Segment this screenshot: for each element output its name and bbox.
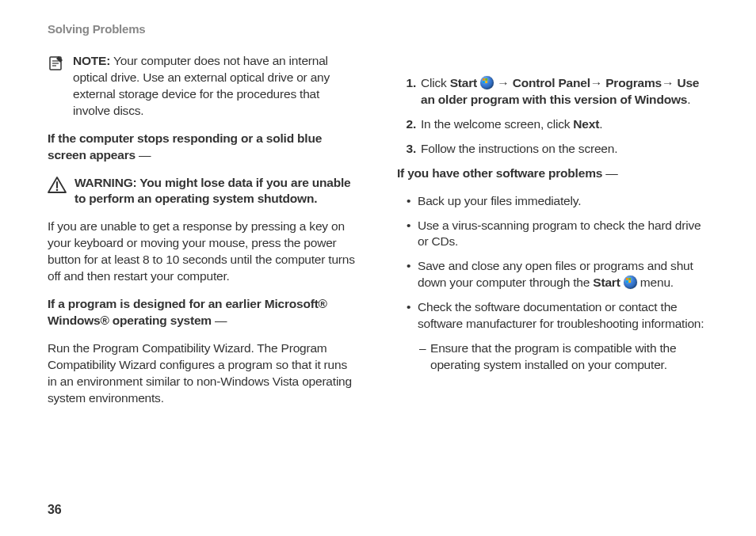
bullet-backup: • Back up your files immediately. — [407, 193, 708, 210]
bullet-text: Use a virus-scanning program to check th… — [418, 218, 708, 251]
note-body: Your computer does not have an internal … — [73, 54, 330, 117]
content-columns: NOTE: Your computer does not have an int… — [48, 53, 708, 418]
heading-earlier-windows: If a program is designed for an earlier … — [48, 296, 359, 329]
page-header: Solving Problems — [48, 22, 708, 36]
bullet-marker: • — [407, 193, 418, 210]
step-number: 2. — [397, 116, 416, 133]
right-column: 1. Click Start → Control Panel→ Programs… — [397, 53, 708, 418]
sub-bullet-compat: – Ensure that the program is compatible … — [419, 340, 708, 374]
note-label: NOTE: — [73, 54, 110, 67]
step-body: Click Start → Control Panel→ Programs→ U… — [421, 75, 708, 108]
bullet-shutdown: • Save and close any open files or progr… — [407, 258, 708, 291]
bullet-docs: • Check the software documentation or co… — [407, 299, 708, 333]
left-column: NOTE: Your computer does not have an int… — [48, 53, 359, 418]
svg-point-5 — [56, 188, 59, 191]
heading-other-problems: If you have other software problems — — [397, 165, 708, 182]
step-body: In the welcome screen, click Next. — [421, 116, 708, 133]
note-block: NOTE: Your computer does not have an int… — [48, 53, 359, 120]
warning-text: WARNING: You might lose data if you are … — [74, 175, 359, 208]
bullet-text: Check the software documentation or cont… — [418, 299, 708, 333]
sub-bullet-text: Ensure that the program is compatible wi… — [430, 340, 708, 374]
step-number: 3. — [397, 141, 416, 158]
note-text: NOTE: Your computer does not have an int… — [73, 53, 359, 120]
para-compat-wizard: Run the Program Compatibility Wizard. Th… — [48, 340, 359, 407]
step-body: Follow the instructions on the screen. — [421, 141, 708, 158]
bullet-marker: • — [407, 299, 418, 333]
step-2: 2. In the welcome screen, click Next. — [397, 116, 708, 133]
step-number: 1. — [397, 75, 416, 108]
step-3: 3. Follow the instructions on the screen… — [397, 141, 708, 158]
bullet-virus: • Use a virus-scanning program to check … — [407, 218, 708, 251]
bullet-marker: • — [407, 258, 418, 291]
start-orb-icon — [624, 276, 637, 289]
bullet-text: Back up your files immediately. — [418, 193, 708, 210]
para-no-response: If you are unable to get a response by p… — [48, 219, 359, 285]
bullet-marker: • — [407, 218, 418, 251]
heading-stops-responding: If the computer stops responding or a so… — [48, 131, 359, 164]
page-number: 36 — [48, 503, 61, 517]
bullet-text: Save and close any open files or program… — [418, 258, 708, 291]
warning-block: WARNING: You might lose data if you are … — [73, 175, 359, 208]
start-orb-icon — [480, 76, 494, 89]
step-1: 1. Click Start → Control Panel→ Programs… — [397, 75, 708, 108]
warning-icon — [48, 177, 67, 194]
note-icon — [48, 55, 65, 72]
dash-marker: – — [419, 340, 430, 374]
